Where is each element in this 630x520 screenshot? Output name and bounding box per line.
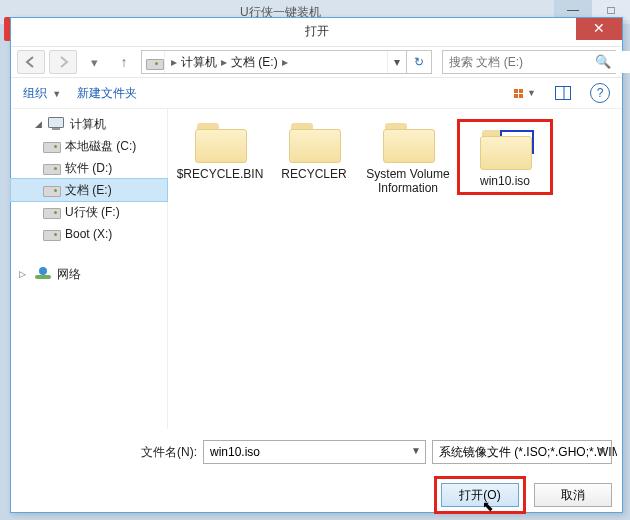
help-button[interactable]: ? bbox=[590, 83, 610, 103]
cancel-button[interactable]: 取消 bbox=[534, 483, 612, 507]
filename-combo[interactable]: ▼ bbox=[203, 440, 426, 464]
drive-icon bbox=[43, 227, 59, 241]
toolbar: 组织 ▼ 新建文件夹 ▼ ? bbox=[11, 78, 622, 108]
open-button[interactable]: 打开(O) ⬉ bbox=[441, 483, 519, 507]
dialog-titlebar: 打开 ✕ bbox=[11, 18, 622, 47]
sidebar-item-label: 网络 bbox=[57, 266, 81, 283]
sidebar-item-computer[interactable]: ◢ 计算机 bbox=[11, 113, 167, 135]
sidebar-item-label: 文档 (E:) bbox=[65, 182, 112, 199]
view-grid-icon bbox=[514, 89, 523, 98]
address-bar[interactable]: ▸ 计算机 ▸ 文档 (E:) ▸ ▾ ↻ bbox=[141, 50, 432, 74]
folder-icon: iso bbox=[478, 126, 532, 170]
back-button[interactable] bbox=[17, 50, 45, 74]
dialog-body: ◢ 计算机 本地磁盘 (C:)软件 (D:)文档 (E:)U行侠 (F:)Boo… bbox=[11, 108, 622, 429]
folder-icon bbox=[287, 119, 341, 163]
address-dropdown-button[interactable]: ▾ bbox=[387, 51, 406, 73]
file-item[interactable]: isowin10.iso bbox=[457, 119, 553, 195]
file-label: win10.iso bbox=[480, 174, 530, 188]
network-icon bbox=[35, 267, 51, 281]
caret-down-icon: ◢ bbox=[35, 119, 42, 129]
folder-icon bbox=[193, 119, 247, 163]
svg-rect-0 bbox=[556, 87, 571, 100]
drive-icon bbox=[43, 205, 59, 219]
search-icon: 🔍 bbox=[595, 54, 611, 69]
sidebar-item-label: 计算机 bbox=[70, 116, 106, 133]
open-button-highlight: 打开(O) ⬉ bbox=[434, 476, 526, 514]
cursor-icon: ⬉ bbox=[482, 498, 494, 514]
nav-sidebar: ◢ 计算机 本地磁盘 (C:)软件 (D:)文档 (E:)U行侠 (F:)Boo… bbox=[11, 109, 168, 429]
chevron-right-icon: ▸ bbox=[282, 55, 288, 69]
filetype-combo[interactable]: ▼ bbox=[432, 440, 612, 464]
preview-pane-button[interactable] bbox=[552, 82, 574, 104]
sidebar-item-label: 本地磁盘 (C:) bbox=[65, 138, 136, 155]
drive-icon bbox=[142, 51, 165, 73]
file-label: System Volume Information bbox=[363, 167, 453, 195]
up-button[interactable]: ↑ bbox=[111, 51, 137, 73]
navigation-bar: ▾ ↑ ▸ 计算机 ▸ 文档 (E:) ▸ ▾ ↻ 🔍 bbox=[11, 47, 622, 78]
computer-icon bbox=[48, 117, 64, 131]
sidebar-item-drive[interactable]: U行侠 (F:) bbox=[11, 201, 167, 223]
filename-input[interactable] bbox=[204, 441, 451, 463]
organize-menu[interactable]: 组织 ▼ bbox=[23, 85, 61, 102]
breadcrumbs[interactable]: ▸ 计算机 ▸ 文档 (E:) ▸ bbox=[165, 51, 387, 73]
search-box[interactable]: 🔍 bbox=[442, 50, 616, 74]
file-item[interactable]: System Volume Information bbox=[363, 119, 453, 195]
arrow-left-icon bbox=[24, 56, 38, 68]
caret-right-icon: ▷ bbox=[19, 269, 29, 279]
filetype-value[interactable] bbox=[433, 441, 630, 463]
forward-button[interactable] bbox=[49, 50, 77, 74]
sidebar-item-label: 软件 (D:) bbox=[65, 160, 112, 177]
iso-badge-icon: iso bbox=[500, 130, 534, 154]
sidebar-item-drive[interactable]: 文档 (E:) bbox=[11, 179, 167, 201]
filename-label: 文件名(N): bbox=[141, 444, 197, 461]
file-item[interactable]: $RECYCLE.BIN bbox=[175, 119, 265, 181]
sidebar-item-label: U行侠 (F:) bbox=[65, 204, 120, 221]
drive-icon bbox=[43, 139, 59, 153]
refresh-button[interactable]: ↻ bbox=[406, 51, 431, 73]
crumb-drive[interactable]: 文档 (E:) bbox=[231, 54, 278, 71]
file-label: RECYCLER bbox=[281, 167, 346, 181]
preview-pane-icon bbox=[555, 86, 571, 100]
sidebar-item-label: Boot (X:) bbox=[65, 227, 112, 241]
sidebar-item-drive[interactable]: 软件 (D:) bbox=[11, 157, 167, 179]
file-label: $RECYCLE.BIN bbox=[177, 167, 264, 181]
sidebar-item-drive[interactable]: Boot (X:) bbox=[11, 223, 167, 245]
arrow-right-icon bbox=[56, 56, 70, 68]
drive-icon bbox=[43, 161, 59, 175]
file-item[interactable]: RECYCLER bbox=[269, 119, 359, 181]
crumb-computer[interactable]: 计算机 bbox=[181, 54, 217, 71]
drive-icon bbox=[43, 183, 59, 197]
open-file-dialog: 打开 ✕ ▾ ↑ ▸ 计算机 ▸ 文档 (E:) ▸ ▾ bbox=[10, 17, 623, 513]
folder-icon bbox=[381, 119, 435, 163]
dialog-footer: 文件名(N): ▼ ▼ 打开(O) ⬉ 取消 bbox=[11, 434, 622, 512]
close-button[interactable]: ✕ bbox=[576, 18, 622, 40]
recent-locations-button[interactable]: ▾ bbox=[81, 51, 107, 73]
chevron-right-icon: ▸ bbox=[221, 55, 227, 69]
view-options-button[interactable]: ▼ bbox=[514, 82, 536, 104]
file-list-pane[interactable]: $RECYCLE.BINRECYCLERSystem Volume Inform… bbox=[167, 109, 622, 429]
sidebar-item-network[interactable]: ▷ 网络 bbox=[11, 263, 167, 285]
sidebar-item-drive[interactable]: 本地磁盘 (C:) bbox=[11, 135, 167, 157]
dialog-title: 打开 bbox=[11, 23, 622, 40]
new-folder-button[interactable]: 新建文件夹 bbox=[77, 85, 137, 102]
chevron-right-icon: ▸ bbox=[171, 55, 177, 69]
